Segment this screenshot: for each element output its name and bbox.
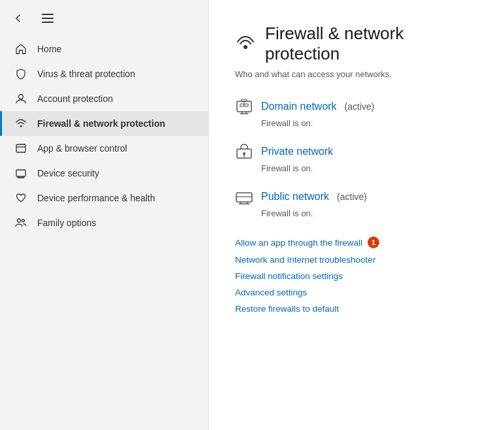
hamburger-button[interactable] <box>39 11 56 25</box>
sidebar-item-device-security[interactable]: Device security <box>0 161 208 186</box>
notification-row: Firewall notification settings <box>235 271 478 281</box>
private-network-icon <box>235 142 253 161</box>
top-controls <box>0 8 208 31</box>
private-network-title[interactable]: Private network <box>261 146 333 157</box>
advanced-row: Advanced settings <box>235 288 478 297</box>
links-section: Allow an app through the firewall 1 Netw… <box>235 237 478 314</box>
public-network-header: Public network (active) <box>235 188 478 206</box>
svg-rect-12 <box>245 104 248 107</box>
svg-point-9 <box>244 45 247 49</box>
shield-icon <box>15 68 27 80</box>
sidebar-item-account[interactable]: Account protection <box>0 86 208 111</box>
svg-point-4 <box>20 125 22 127</box>
restore-row: Restore firewalls to default <box>235 304 478 314</box>
domain-network-status: Firewall is on. <box>261 118 478 128</box>
sidebar-item-firewall[interactable]: Firewall & network protection <box>0 111 208 136</box>
sidebar-item-family-label: Family options <box>37 218 96 228</box>
person-icon <box>15 93 27 105</box>
hamburger-icon <box>42 14 54 23</box>
public-network-section: Public network (active) Firewall is on. <box>235 188 478 218</box>
sidebar-item-home-label: Home <box>37 44 61 54</box>
home-icon <box>15 43 27 55</box>
domain-network-header: Domain network (active) <box>235 97 478 116</box>
sidebar-item-browser-label: App & browser control <box>37 143 127 154</box>
sidebar-item-device-health-label: Device performance & health <box>37 193 155 203</box>
public-network-status: Firewall is on. <box>261 208 478 218</box>
notification-link[interactable]: Firewall notification settings <box>235 271 343 281</box>
advanced-link[interactable]: Advanced settings <box>235 288 307 297</box>
heart-icon <box>15 192 27 204</box>
sidebar-item-firewall-label: Firewall & network protection <box>37 118 165 129</box>
back-icon <box>13 13 24 24</box>
sidebar-item-device-health[interactable]: Device performance & health <box>0 186 208 210</box>
svg-point-3 <box>19 95 24 99</box>
sidebar-item-browser[interactable]: App & browser control <box>0 136 208 161</box>
troubleshooter-row: Network and Internet troubleshooter <box>235 255 478 265</box>
alert-badge: 1 <box>368 237 379 248</box>
back-button[interactable] <box>10 10 26 26</box>
sidebar-item-device-security-label: Device security <box>37 168 99 178</box>
domain-network-icon <box>235 97 253 116</box>
public-network-badge: (active) <box>337 191 367 202</box>
sidebar-item-family[interactable]: Family options <box>0 210 208 235</box>
page-title: Firewall & network protection <box>265 24 478 64</box>
sidebar-item-home[interactable]: Home <box>0 37 208 61</box>
svg-rect-13 <box>242 99 247 101</box>
sidebar: Home Virus & threat protection Account p… <box>0 0 209 430</box>
device-icon <box>15 167 27 179</box>
public-network-title[interactable]: Public network <box>261 191 329 203</box>
svg-rect-2 <box>42 22 54 23</box>
firewall-page-icon <box>235 31 256 57</box>
sidebar-nav: Home Virus & threat protection Account p… <box>0 37 208 235</box>
sidebar-item-account-label: Account protection <box>37 93 113 104</box>
main-content: Firewall & network protection Who and wh… <box>209 0 504 430</box>
private-network-status: Firewall is on. <box>261 163 478 173</box>
svg-rect-11 <box>240 104 244 107</box>
page-subtitle: Who and what can access your networks. <box>235 69 478 79</box>
private-network-header: Private network <box>235 142 478 161</box>
restore-link[interactable]: Restore firewalls to default <box>235 304 339 314</box>
browser-icon <box>15 142 27 154</box>
svg-rect-0 <box>42 14 54 15</box>
wifi-icon <box>15 118 27 129</box>
svg-rect-1 <box>42 18 54 19</box>
sidebar-item-virus-label: Virus & threat protection <box>37 69 135 79</box>
family-icon <box>15 217 27 229</box>
domain-network-section: Domain network (active) Firewall is on. <box>235 97 478 128</box>
svg-rect-5 <box>16 144 25 152</box>
svg-point-7 <box>18 219 21 222</box>
svg-point-8 <box>22 220 25 222</box>
troubleshooter-link[interactable]: Network and Internet troubleshooter <box>235 255 375 265</box>
page-header: Firewall & network protection <box>235 24 478 64</box>
public-network-icon <box>235 188 253 206</box>
svg-rect-16 <box>236 193 252 202</box>
domain-network-title[interactable]: Domain network <box>261 101 337 112</box>
allow-app-link[interactable]: Allow an app through the firewall <box>235 238 362 248</box>
svg-rect-6 <box>16 170 25 176</box>
domain-network-badge: (active) <box>345 101 375 112</box>
allow-app-row: Allow an app through the firewall 1 <box>235 237 478 248</box>
sidebar-item-virus[interactable]: Virus & threat protection <box>0 61 208 86</box>
private-network-section: Private network Firewall is on. <box>235 142 478 173</box>
